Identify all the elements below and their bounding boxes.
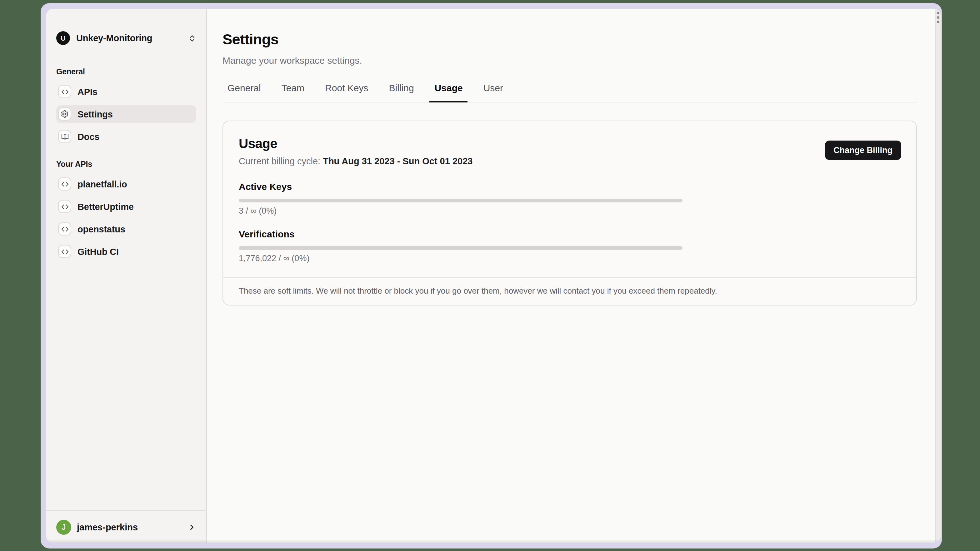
sidebar-item-apis[interactable]: APIs <box>56 83 196 100</box>
sidebar-item-label: GitHub CI <box>78 246 119 256</box>
billing-cycle-label: Current billing cycle: <box>239 156 320 166</box>
sidebar-section-your-apis: Your APIs <box>56 160 196 169</box>
code-icon <box>58 200 71 213</box>
tab-team[interactable]: Team <box>277 83 309 102</box>
change-billing-button[interactable]: Change Billing <box>825 141 901 160</box>
tab-usage[interactable]: Usage <box>430 83 468 102</box>
sidebar-item-openstatus[interactable]: openstatus <box>56 220 196 238</box>
code-icon <box>58 222 71 235</box>
usage-card-header: Usage Current billing cycle: Thu Aug 31 … <box>223 121 916 166</box>
sidebar-item-github-ci[interactable]: GitHub CI <box>56 242 196 260</box>
chevrons-up-down-icon <box>188 34 196 42</box>
gear-icon <box>58 108 71 121</box>
tab-root-keys[interactable]: Root Keys <box>320 83 373 102</box>
metric-label: Verifications <box>239 229 900 239</box>
metric-value: 1,776,022 / ∞ (0%) <box>239 254 900 263</box>
workspace-switcher[interactable]: U Unkey-Monitoring <box>56 29 196 47</box>
dot <box>937 21 939 23</box>
workspace-logo-letter: U <box>60 34 65 42</box>
app-window: U Unkey-Monitoring General APIs <box>46 9 940 543</box>
usage-card-footnote: These are soft limits. We will not throt… <box>223 277 916 305</box>
progress-bar <box>239 246 682 250</box>
metric-active-keys: Active Keys 3 / ∞ (0%) <box>239 181 900 216</box>
desktop-background: U Unkey-Monitoring General APIs <box>0 0 980 551</box>
sidebar-item-betteruptime[interactable]: BetterUptime <box>56 197 196 216</box>
main-content: Settings Manage your workspace settings.… <box>207 9 935 543</box>
sidebar: U Unkey-Monitoring General APIs <box>46 9 207 543</box>
code-icon <box>58 178 71 191</box>
sidebar-section-general: General <box>56 67 196 76</box>
workspace-name: Unkey-Monitoring <box>76 33 152 43</box>
browser-window-frame: U Unkey-Monitoring General APIs <box>41 3 942 548</box>
sidebar-item-docs[interactable]: Docs <box>56 127 196 146</box>
user-avatar: J <box>56 519 71 534</box>
metric-value: 3 / ∞ (0%) <box>239 206 900 216</box>
code-icon <box>58 245 71 258</box>
code-icon <box>58 85 71 98</box>
usage-card-title: Usage <box>239 136 900 151</box>
metric-label: Active Keys <box>239 181 900 192</box>
sidebar-item-settings[interactable]: Settings <box>56 105 196 123</box>
workspace-logo: U <box>56 31 70 45</box>
book-open-icon <box>58 130 71 143</box>
user-menu[interactable]: J james-perkins <box>46 510 206 543</box>
page-title: Settings <box>223 31 917 48</box>
user-avatar-letter: J <box>62 522 66 531</box>
tab-general[interactable]: General <box>223 83 266 102</box>
sidebar-item-label: BetterUptime <box>78 202 134 211</box>
tab-user[interactable]: User <box>479 83 508 102</box>
metric-verifications: Verifications 1,776,022 / ∞ (0%) <box>239 229 900 263</box>
page-subtitle: Manage your workspace settings. <box>223 55 917 65</box>
progress-bar <box>239 198 682 202</box>
billing-cycle: Current billing cycle: Thu Aug 31 2023 -… <box>239 156 900 166</box>
billing-cycle-value: Thu Aug 31 2023 - Sun Oct 01 2023 <box>323 156 473 166</box>
sidebar-item-label: openstatus <box>78 224 125 234</box>
settings-tabs: General Team Root Keys Billing Usage Use… <box>223 83 917 102</box>
usage-metrics: Active Keys 3 / ∞ (0%) Verifications <box>223 181 916 263</box>
window-right-gutter <box>935 9 940 543</box>
dot <box>937 16 939 19</box>
chevron-right-icon <box>188 522 196 531</box>
sidebar-item-label: Docs <box>78 132 99 141</box>
usage-card: Usage Current billing cycle: Thu Aug 31 … <box>223 121 917 305</box>
drag-handle-dots[interactable] <box>937 12 939 23</box>
sidebar-item-planetfall-io[interactable]: planetfall.io <box>56 175 196 193</box>
user-name: james-perkins <box>77 522 138 532</box>
sidebar-item-label: planetfall.io <box>78 179 127 189</box>
sidebar-item-label: APIs <box>78 87 97 97</box>
sidebar-item-label: Settings <box>78 109 113 119</box>
dot <box>937 12 939 14</box>
tab-billing[interactable]: Billing <box>384 83 419 102</box>
